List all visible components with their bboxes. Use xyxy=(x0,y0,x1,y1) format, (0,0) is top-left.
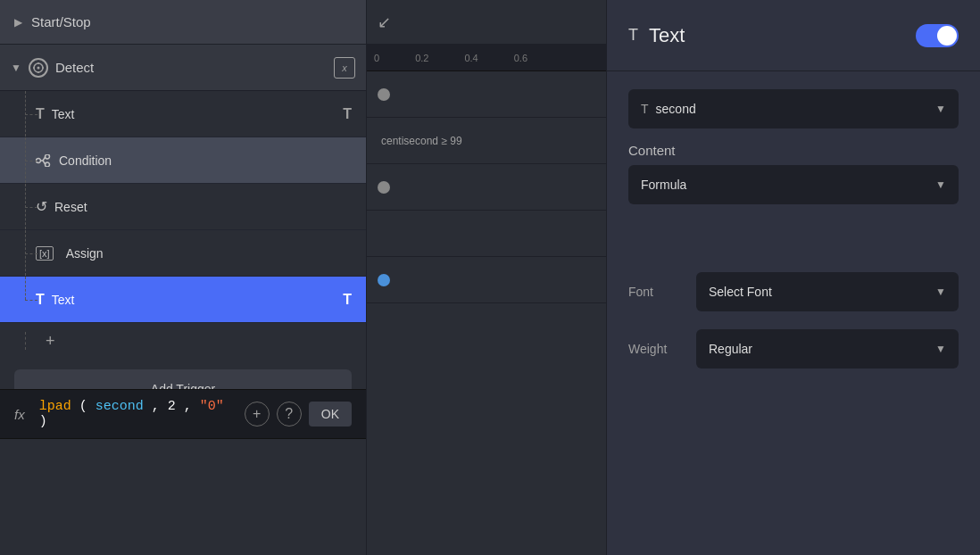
formula-help-button[interactable]: ? xyxy=(277,402,302,427)
detect-label: Detect xyxy=(55,60,334,75)
formula-dropdown[interactable]: Formula ▼ xyxy=(628,165,959,204)
source-field-text: second xyxy=(656,102,929,116)
detect-row[interactable]: ▼ Detect x xyxy=(0,45,366,91)
weight-label: Weight xyxy=(628,342,682,356)
font-dropdown-text: Select Font xyxy=(709,285,935,299)
content-label: Content xyxy=(628,143,959,158)
dashed-horiz-4 xyxy=(25,253,37,254)
right-body: T second ▼ Content Formula ▼ Font Select… xyxy=(607,71,980,555)
timeline-row-reset xyxy=(367,164,606,211)
svg-point-10 xyxy=(46,154,50,159)
timeline-rows: centisecond ≥ 99 xyxy=(367,71,606,555)
font-label: Font xyxy=(628,285,682,299)
detect-icon xyxy=(29,58,48,78)
header-title: Start/Stop xyxy=(31,14,91,29)
add-plus-icon[interactable]: + xyxy=(46,332,55,351)
add-row[interactable]: + xyxy=(0,323,366,359)
header-bar: ▶ Start/Stop xyxy=(0,0,366,45)
list-item-reset[interactable]: ↺ Reset xyxy=(0,184,366,230)
item-label-text-1: Text xyxy=(52,107,343,121)
content-section: Content Formula ▼ xyxy=(628,143,959,204)
text-right-icon-2: T xyxy=(343,292,352,308)
var-icon[interactable]: x xyxy=(334,57,355,79)
formula-paren-close: ) xyxy=(39,414,47,429)
list-item-text-2[interactable]: T Text T xyxy=(0,277,366,323)
font-row: Font Select Font ▼ xyxy=(628,272,959,311)
svg-point-1 xyxy=(37,66,39,69)
formula-comma1: , xyxy=(152,399,160,414)
source-dropdown[interactable]: T second ▼ xyxy=(628,89,959,128)
detect-chevron[interactable]: ▼ xyxy=(11,62,21,74)
fx-label: fx xyxy=(14,407,25,422)
ruler-mark-3: 0.6 xyxy=(514,53,527,63)
source-field-icon: T xyxy=(641,102,649,116)
timeline-dot-text2 xyxy=(378,274,390,286)
right-panel-title: Text xyxy=(649,24,905,47)
dashed-horiz-2 xyxy=(25,161,37,162)
ruler-mark-2: 0.4 xyxy=(464,53,478,63)
left-content: ▼ Detect x T xyxy=(0,45,366,555)
dashed-line-last xyxy=(25,277,26,300)
formula-ok-button[interactable]: OK xyxy=(309,402,352,427)
item-label-condition: Condition xyxy=(59,153,352,168)
list-item-condition[interactable]: Condition xyxy=(0,137,366,184)
down-arrow-icon: ↙ xyxy=(378,12,391,32)
source-chevron-icon: ▼ xyxy=(935,103,946,115)
timeline-ruler: 0 0.2 0.4 0.6 xyxy=(367,45,606,71)
condition-icon xyxy=(36,154,52,167)
middle-header: ↙ xyxy=(367,0,606,45)
formula-num: 2 xyxy=(168,399,176,414)
timeline-row-text2 xyxy=(367,257,606,303)
formula-actions: + ? OK xyxy=(245,402,352,427)
list-item-assign[interactable]: [x] Assign xyxy=(0,230,366,277)
timeline-dot-reset xyxy=(378,181,390,194)
assign-icon: [x] xyxy=(36,246,54,261)
weight-dropdown-text: Regular xyxy=(709,342,935,356)
timeline-row-text1 xyxy=(367,71,606,118)
formula-func: lpad xyxy=(39,399,71,414)
toggle-knob xyxy=(937,26,957,46)
middle-area: ↙ 0 0.2 0.4 0.6 centisecond ≥ 99 xyxy=(366,0,607,555)
text-right-icon-1: T xyxy=(343,106,352,122)
weight-dropdown[interactable]: Regular ▼ xyxy=(696,329,959,369)
timeline-row-assign xyxy=(367,211,606,257)
condition-text: centisecond ≥ 99 xyxy=(374,135,469,147)
item-label-reset: Reset xyxy=(54,200,352,214)
list-items: T Text T Condition xyxy=(0,91,366,323)
weight-row: Weight Regular ▼ xyxy=(628,329,959,369)
right-title-icon: T xyxy=(628,26,638,45)
ruler-marks: 0 0.2 0.4 0.6 xyxy=(374,53,527,63)
right-header: T Text xyxy=(607,0,980,71)
formula-chevron-icon: ▼ xyxy=(935,178,946,191)
item-label-assign: Assign xyxy=(61,246,352,261)
formula-add-button[interactable]: + xyxy=(245,402,270,427)
item-label-text-2: Text xyxy=(52,293,343,307)
left-panel: ▶ Start/Stop ▼ Detect x xyxy=(0,0,366,555)
list-item-text-1[interactable]: T Text T xyxy=(0,91,366,137)
formula-param1: second xyxy=(96,399,144,414)
dashed-horiz xyxy=(25,114,37,115)
toggle-switch[interactable] xyxy=(916,24,959,47)
ruler-mark-1: 0.2 xyxy=(415,53,428,63)
font-chevron-icon: ▼ xyxy=(935,286,946,298)
ruler-mark-0: 0 xyxy=(374,53,379,63)
dashed-horiz-3 xyxy=(25,207,37,208)
formula-bar: fx lpad ( second , 2 , "0" ) + ? OK xyxy=(0,389,366,439)
timeline-dot-text1 xyxy=(378,88,390,101)
weight-chevron-icon: ▼ xyxy=(935,343,946,355)
formula-content[interactable]: lpad ( second , 2 , "0" ) xyxy=(39,399,234,429)
right-panel: T Text T second ▼ Content Formula ▼ Font… xyxy=(607,0,980,555)
expand-icon[interactable]: ▶ xyxy=(14,16,22,29)
dashed-horiz-5 xyxy=(25,300,37,301)
formula-paren-open: ( xyxy=(79,399,87,414)
timeline-row-condition: centisecond ≥ 99 xyxy=(367,118,606,164)
formula-comma2: , xyxy=(184,399,192,414)
formula-dropdown-text: Formula xyxy=(641,178,928,192)
formula-str: "0" xyxy=(200,399,224,414)
font-dropdown[interactable]: Select Font ▼ xyxy=(696,272,959,311)
svg-point-11 xyxy=(46,162,50,167)
